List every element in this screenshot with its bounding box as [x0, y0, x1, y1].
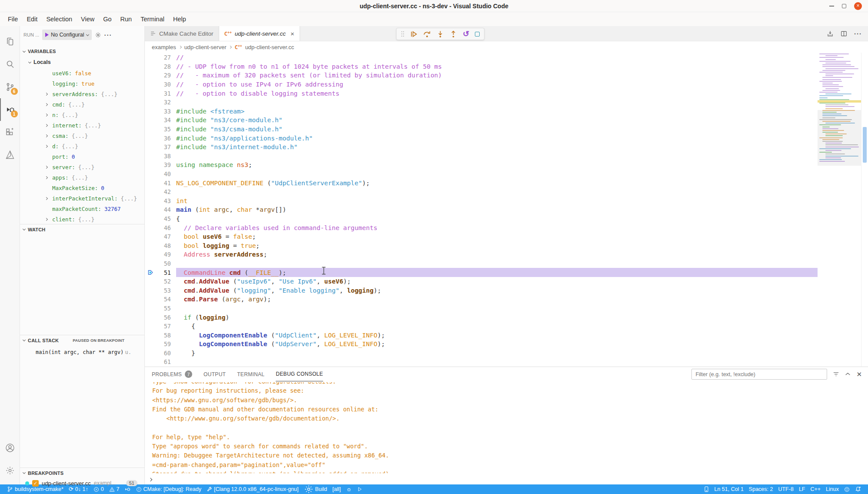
code-line[interactable]: 43int: [145, 197, 818, 206]
code-line[interactable]: 54 cmd.Parse (argc, argv);: [145, 295, 818, 304]
menu-terminal[interactable]: Terminal: [136, 14, 169, 24]
variable-row[interactable]: maxPacketCount:32767: [20, 204, 144, 214]
more-icon[interactable]: ···: [854, 30, 862, 37]
panel-tab-output[interactable]: OUTPUT: [204, 367, 226, 381]
code-line[interactable]: 60 }: [145, 349, 818, 358]
code-line[interactable]: 32: [145, 98, 818, 107]
debug-gear-icon[interactable]: [95, 32, 101, 38]
maximize-panel-icon[interactable]: [845, 371, 851, 377]
code-line[interactable]: 33#include <fstream>: [145, 107, 818, 116]
activity-source-control[interactable]: 6: [0, 76, 20, 98]
close-tab-icon[interactable]: ×: [290, 30, 294, 37]
status-language-mode[interactable]: C++: [808, 484, 823, 494]
code-line[interactable]: 27//: [145, 53, 818, 62]
code-line[interactable]: 40: [145, 170, 818, 179]
code-line[interactable]: 36#include "ns3/applications-module.h": [145, 134, 818, 143]
minimize-button[interactable]: [829, 6, 834, 7]
breakpoint-checkbox[interactable]: ✓: [32, 480, 39, 487]
code-line[interactable]: 61: [145, 357, 818, 367]
code-line[interactable]: 45{: [145, 214, 818, 224]
variable-row[interactable]: MaxPacketSize:0: [20, 183, 144, 193]
code-line[interactable]: 52 cmd.AddValue ("useIpv6", "Use Ipv6", …: [145, 277, 818, 286]
panel-tab-debug-console[interactable]: DEBUG CONSOLE: [276, 367, 323, 381]
tab-udp-client-server-cc[interactable]: C++udp-client-server.cc×: [219, 26, 300, 41]
status-notifications[interactable]: [852, 484, 864, 494]
code-line[interactable]: 51 CommandLine cmd (__FILE__);: [145, 268, 818, 277]
split-editor-icon[interactable]: [841, 30, 847, 37]
debug-config-dropdown[interactable]: No Configural: [42, 30, 91, 40]
variable-row[interactable]: logging:true: [20, 78, 144, 89]
code-area[interactable]: 27//28// - UDP flow from n0 to n1 of 102…: [145, 53, 818, 367]
debug-current-line-icon[interactable]: [145, 269, 156, 276]
debug-console-prompt[interactable]: [149, 475, 152, 483]
activity-cmake[interactable]: [0, 144, 20, 166]
menu-edit[interactable]: Edit: [22, 14, 42, 24]
debug-console-output[interactable]: Type "show configuration" for configurat…: [145, 382, 868, 473]
editor-scrollbar[interactable]: [861, 53, 868, 367]
code-line[interactable]: 37#include "ns3/internet-module.h": [145, 143, 818, 152]
status-cmake-run[interactable]: [354, 484, 365, 494]
restart-button[interactable]: ↺: [463, 31, 469, 37]
variable-row[interactable]: useV6:false: [20, 68, 144, 78]
status-remote-indicator[interactable]: [701, 484, 711, 494]
code-line[interactable]: 47 bool useV6 = false;: [145, 232, 818, 241]
code-line[interactable]: 39using namespace ns3;: [145, 160, 818, 170]
tab-cmake-cache-editor[interactable]: CMake Cache Editor: [145, 26, 219, 41]
panel-tab-problems[interactable]: PROBLEMS7: [152, 367, 192, 381]
step-out-button[interactable]: [450, 30, 457, 38]
activity-account[interactable]: [0, 437, 20, 459]
menu-view[interactable]: View: [77, 14, 99, 24]
code-line[interactable]: 44main (int argc, char *argv[]): [145, 205, 818, 214]
scrollbar-thumb[interactable]: [863, 127, 867, 163]
code-line[interactable]: 50: [145, 259, 818, 268]
code-line[interactable]: 35#include "ns3/csma-module.h": [145, 125, 818, 134]
code-line[interactable]: 30// - option to use IPv4 or IPv6 addres…: [145, 80, 818, 89]
stop-button[interactable]: [475, 32, 480, 37]
locals-scope[interactable]: Locals: [29, 57, 51, 67]
code-line[interactable]: 29// - maximum of 320 packets sent (or l…: [145, 71, 818, 80]
breadcrumb-item[interactable]: udp-client-server.cc: [245, 44, 294, 50]
close-button[interactable]: ×: [854, 2, 862, 10]
variable-row[interactable]: internet:{...}: [20, 120, 144, 130]
maximize-button[interactable]: [842, 4, 846, 8]
code-line[interactable]: 38: [145, 152, 818, 161]
variable-row[interactable]: csma:{...}: [20, 130, 144, 141]
status-cmake-kit[interactable]: [Clang 12.0.0 x86_64-pc-linux-gnu]: [204, 484, 301, 494]
code-line[interactable]: 56 if (logging): [145, 313, 818, 322]
callstack-section-header[interactable]: CALL STACK PAUSED ON BREAKPOINT: [20, 335, 144, 345]
menu-go[interactable]: Go: [99, 14, 116, 24]
code-line[interactable]: 49 Address serverAddress;: [145, 250, 818, 259]
activity-search[interactable]: [0, 53, 20, 76]
code-line[interactable]: 46 // Declare variables used in command-…: [145, 223, 818, 232]
menu-run[interactable]: Run: [116, 14, 137, 24]
variable-row[interactable]: cmd:{...}: [20, 99, 144, 110]
breakpoint-row[interactable]: ✓ udp-client-server.cc exampl... 51: [20, 478, 144, 488]
variable-row[interactable]: n:{...}: [20, 110, 144, 120]
variable-row[interactable]: client:{...}: [20, 214, 144, 224]
variable-row[interactable]: interPacketInterval:{...}: [20, 193, 144, 204]
activity-extensions[interactable]: [0, 121, 20, 144]
code-line[interactable]: 31// - option to disable logging stateme…: [145, 89, 818, 98]
variables-section-header[interactable]: VARIABLES: [20, 46, 144, 57]
download-icon[interactable]: [827, 30, 834, 37]
breadcrumb-item[interactable]: examples: [152, 44, 176, 50]
status-feedback[interactable]: [841, 484, 852, 494]
code-line[interactable]: 53 cmd.AddValue ("logging", "Enable logg…: [145, 286, 818, 295]
code-line[interactable]: 34#include "ns3/core-module.h": [145, 116, 818, 125]
filter-icon[interactable]: [833, 371, 839, 377]
variable-row[interactable]: serverAddress:{...}: [20, 89, 144, 99]
stack-frame[interactable]: main(int argc, char ** argv) u.: [20, 347, 144, 357]
watch-section-header[interactable]: WATCH: [20, 224, 144, 234]
activity-explorer[interactable]: [0, 30, 20, 53]
code-line[interactable]: 57 {: [145, 322, 818, 331]
code-line[interactable]: 28// - UDP flow from n0 to n1 of 1024 by…: [145, 62, 818, 71]
start-debugging-icon[interactable]: [45, 33, 49, 37]
variable-row[interactable]: d:{...}: [20, 141, 144, 151]
code-line[interactable]: 55: [145, 304, 818, 313]
variable-row[interactable]: server:{...}: [20, 162, 144, 172]
status-encoding[interactable]: UTF-8: [775, 484, 796, 494]
status-cmake-build[interactable]: Build: [301, 484, 330, 494]
code-line[interactable]: 42: [145, 187, 818, 197]
close-panel-icon[interactable]: ✕: [856, 370, 862, 378]
code-line[interactable]: 41NS_LOG_COMPONENT_DEFINE ("UdpClientSer…: [145, 178, 818, 187]
